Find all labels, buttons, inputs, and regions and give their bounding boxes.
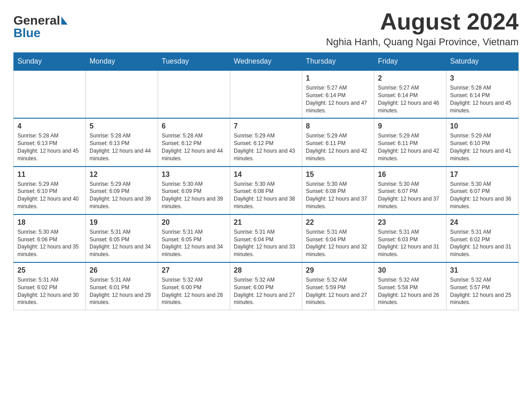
page-header: General Blue August 2024 Nghia Hanh, Qua… (13, 9, 519, 48)
table-row: 13 Sunrise: 5:30 AMSunset: 6:09 PMDaylig… (158, 167, 230, 214)
table-row: 15 Sunrise: 5:30 AMSunset: 6:08 PMDaylig… (302, 167, 374, 214)
day-info: Sunrise: 5:31 AMSunset: 6:02 PMDaylight:… (17, 276, 82, 306)
table-row: 31 Sunrise: 5:32 AMSunset: 5:57 PMDaylig… (446, 262, 519, 310)
table-row (158, 70, 230, 118)
day-info: Sunrise: 5:29 AMSunset: 6:11 PMDaylight:… (306, 132, 370, 162)
table-row: 12 Sunrise: 5:29 AMSunset: 6:09 PMDaylig… (86, 167, 158, 214)
day-number: 29 (306, 266, 370, 274)
day-info: Sunrise: 5:32 AMSunset: 5:57 PMDaylight:… (450, 276, 515, 306)
day-info: Sunrise: 5:29 AMSunset: 6:12 PMDaylight:… (234, 132, 298, 162)
day-info: Sunrise: 5:31 AMSunset: 6:05 PMDaylight:… (90, 228, 154, 258)
calendar-week-row: 11 Sunrise: 5:29 AMSunset: 6:10 PMDaylig… (14, 167, 519, 214)
day-number: 10 (450, 122, 515, 130)
table-row: 18 Sunrise: 5:30 AMSunset: 6:06 PMDaylig… (14, 214, 86, 262)
day-number: 5 (90, 122, 154, 130)
table-row: 26 Sunrise: 5:31 AMSunset: 6:01 PMDaylig… (86, 262, 158, 310)
day-number: 12 (90, 171, 154, 179)
day-number: 6 (162, 122, 226, 130)
col-sunday: Sunday (14, 53, 86, 71)
day-info: Sunrise: 5:32 AMSunset: 6:00 PMDaylight:… (162, 276, 226, 306)
day-info: Sunrise: 5:30 AMSunset: 6:08 PMDaylight:… (234, 180, 298, 210)
day-number: 3 (450, 74, 515, 82)
day-info: Sunrise: 5:30 AMSunset: 6:08 PMDaylight:… (306, 180, 370, 210)
col-monday: Monday (86, 53, 158, 71)
day-number: 22 (306, 218, 370, 227)
table-row: 3 Sunrise: 5:28 AMSunset: 6:14 PMDayligh… (446, 70, 519, 118)
day-info: Sunrise: 5:30 AMSunset: 6:09 PMDaylight:… (162, 180, 226, 210)
table-row: 17 Sunrise: 5:30 AMSunset: 6:07 PMDaylig… (446, 167, 519, 214)
day-number: 8 (306, 122, 370, 130)
location-text: Nghia Hanh, Quang Ngai Province, Vietnam (326, 36, 519, 48)
day-number: 17 (450, 171, 515, 179)
table-row: 8 Sunrise: 5:29 AMSunset: 6:11 PMDayligh… (302, 118, 374, 166)
table-row: 5 Sunrise: 5:28 AMSunset: 6:13 PMDayligh… (86, 118, 158, 166)
day-info: Sunrise: 5:29 AMSunset: 6:10 PMDaylight:… (450, 132, 515, 162)
day-info: Sunrise: 5:29 AMSunset: 6:09 PMDaylight:… (90, 180, 154, 210)
day-number: 25 (17, 266, 82, 274)
day-info: Sunrise: 5:31 AMSunset: 6:04 PMDaylight:… (306, 228, 370, 258)
day-number: 16 (378, 171, 442, 179)
day-info: Sunrise: 5:30 AMSunset: 6:07 PMDaylight:… (450, 180, 515, 210)
table-row: 28 Sunrise: 5:32 AMSunset: 6:00 PMDaylig… (230, 262, 302, 310)
day-number: 9 (378, 122, 442, 130)
day-info: Sunrise: 5:28 AMSunset: 6:13 PMDaylight:… (90, 132, 154, 162)
day-number: 23 (378, 218, 442, 227)
day-info: Sunrise: 5:29 AMSunset: 6:11 PMDaylight:… (378, 132, 442, 162)
table-row: 16 Sunrise: 5:30 AMSunset: 6:07 PMDaylig… (374, 167, 446, 214)
day-info: Sunrise: 5:31 AMSunset: 6:03 PMDaylight:… (378, 228, 442, 258)
calendar-week-row: 18 Sunrise: 5:30 AMSunset: 6:06 PMDaylig… (14, 214, 519, 262)
calendar-week-row: 25 Sunrise: 5:31 AMSunset: 6:02 PMDaylig… (14, 262, 519, 310)
table-row: 30 Sunrise: 5:32 AMSunset: 5:58 PMDaylig… (374, 262, 446, 310)
table-row: 20 Sunrise: 5:31 AMSunset: 6:05 PMDaylig… (158, 214, 230, 262)
day-info: Sunrise: 5:32 AMSunset: 5:59 PMDaylight:… (306, 276, 370, 306)
table-row: 29 Sunrise: 5:32 AMSunset: 5:59 PMDaylig… (302, 262, 374, 310)
calendar-table: Sunday Monday Tuesday Wednesday Thursday… (13, 52, 519, 310)
day-info: Sunrise: 5:27 AMSunset: 6:14 PMDaylight:… (378, 84, 442, 114)
day-number: 14 (234, 171, 298, 179)
day-info: Sunrise: 5:27 AMSunset: 6:14 PMDaylight:… (306, 84, 370, 114)
logo-blue-text: Blue (13, 26, 41, 40)
day-info: Sunrise: 5:31 AMSunset: 6:05 PMDaylight:… (162, 228, 226, 258)
table-row: 11 Sunrise: 5:29 AMSunset: 6:10 PMDaylig… (14, 167, 86, 214)
day-number: 27 (162, 266, 226, 274)
title-section: August 2024 Nghia Hanh, Quang Ngai Provi… (326, 9, 519, 48)
day-number: 18 (17, 218, 82, 227)
day-info: Sunrise: 5:30 AMSunset: 6:07 PMDaylight:… (378, 180, 442, 210)
day-number: 19 (90, 218, 154, 227)
day-number: 15 (306, 171, 370, 179)
col-tuesday: Tuesday (158, 53, 230, 71)
table-row: 9 Sunrise: 5:29 AMSunset: 6:11 PMDayligh… (374, 118, 446, 166)
table-row: 23 Sunrise: 5:31 AMSunset: 6:03 PMDaylig… (374, 214, 446, 262)
table-row (230, 70, 302, 118)
table-row: 4 Sunrise: 5:28 AMSunset: 6:13 PMDayligh… (14, 118, 86, 166)
table-row: 7 Sunrise: 5:29 AMSunset: 6:12 PMDayligh… (230, 118, 302, 166)
day-number: 11 (17, 171, 82, 179)
table-row: 24 Sunrise: 5:31 AMSunset: 6:02 PMDaylig… (446, 214, 519, 262)
day-info: Sunrise: 5:32 AMSunset: 6:00 PMDaylight:… (234, 276, 298, 306)
day-number: 30 (378, 266, 442, 274)
calendar-week-row: 4 Sunrise: 5:28 AMSunset: 6:13 PMDayligh… (14, 118, 519, 166)
table-row: 14 Sunrise: 5:30 AMSunset: 6:08 PMDaylig… (230, 167, 302, 214)
day-number: 21 (234, 218, 298, 227)
col-thursday: Thursday (302, 53, 374, 71)
col-wednesday: Wednesday (230, 53, 302, 71)
day-info: Sunrise: 5:32 AMSunset: 5:58 PMDaylight:… (378, 276, 442, 306)
calendar-header-row: Sunday Monday Tuesday Wednesday Thursday… (14, 53, 519, 71)
day-info: Sunrise: 5:29 AMSunset: 6:10 PMDaylight:… (17, 180, 82, 210)
day-number: 13 (162, 171, 226, 179)
table-row: 19 Sunrise: 5:31 AMSunset: 6:05 PMDaylig… (86, 214, 158, 262)
table-row: 22 Sunrise: 5:31 AMSunset: 6:04 PMDaylig… (302, 214, 374, 262)
table-row: 27 Sunrise: 5:32 AMSunset: 6:00 PMDaylig… (158, 262, 230, 310)
day-number: 2 (378, 74, 442, 82)
day-number: 1 (306, 74, 370, 82)
col-saturday: Saturday (446, 53, 519, 71)
day-info: Sunrise: 5:28 AMSunset: 6:13 PMDaylight:… (17, 132, 82, 162)
table-row (86, 70, 158, 118)
day-number: 26 (90, 266, 154, 274)
calendar-week-row: 1 Sunrise: 5:27 AMSunset: 6:14 PMDayligh… (14, 70, 519, 118)
day-number: 28 (234, 266, 298, 274)
col-friday: Friday (374, 53, 446, 71)
day-info: Sunrise: 5:31 AMSunset: 6:02 PMDaylight:… (450, 228, 515, 258)
month-title: August 2024 (326, 9, 519, 34)
day-number: 7 (234, 122, 298, 130)
